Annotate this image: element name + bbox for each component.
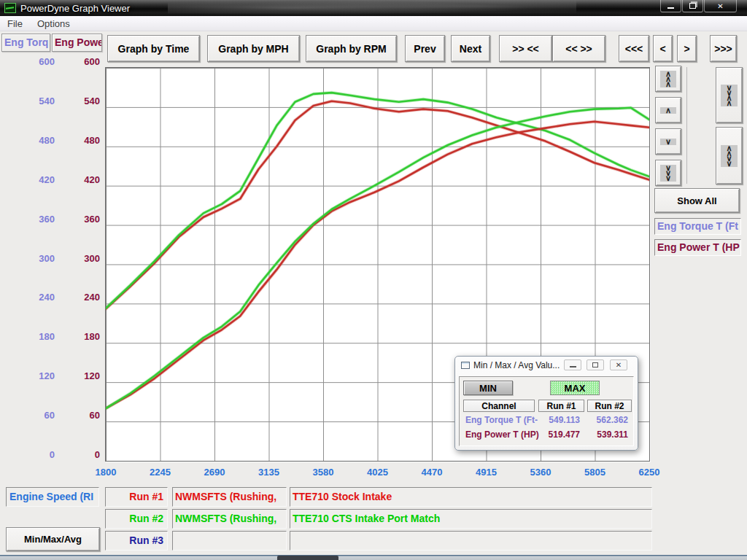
toolbar-button-graph-by-mph[interactable]: Graph by MPH	[207, 35, 300, 62]
toolbar-button-nav[interactable]: >	[677, 35, 697, 62]
toolbar-button-nav[interactable]: >> <<	[499, 35, 552, 62]
x-tick-2690: 2690	[193, 467, 236, 478]
minimize-button[interactable]	[660, 0, 681, 12]
minmax-row-run2-value: 539.311	[587, 429, 628, 440]
run-label-1: Run #1	[105, 487, 168, 507]
minmax-minimize-button[interactable]	[564, 359, 581, 370]
y-tick-power-540: 540	[66, 96, 100, 107]
x-tick-3580: 3580	[301, 467, 345, 478]
scroll-up-fast-button[interactable]: ∧∧∧	[655, 66, 681, 92]
minmax-body: MIN MAX Channel Run #1 Run #2 Eng Torque…	[459, 376, 634, 446]
tab-eng-power[interactable]: Eng Powe	[52, 34, 102, 52]
toolbar-button-graph-by-time[interactable]: Graph by Time	[107, 35, 200, 62]
y-tick-torque-0: 0	[18, 449, 55, 461]
y-tick-power-360: 360	[66, 214, 100, 225]
x-tick-4025: 4025	[356, 467, 400, 478]
torque-channel-display[interactable]: Eng Torque T (Ft	[654, 218, 741, 235]
y-tick-power-600: 600	[66, 56, 100, 68]
menu-bar: File Options	[0, 16, 747, 31]
toolbar-button-nav[interactable]: >>>	[710, 35, 737, 62]
minmax-window-title: Min / Max / Avg Valu...	[473, 360, 560, 370]
run-description-field-3[interactable]	[290, 531, 652, 551]
y-tick-torque-600: 600	[18, 56, 55, 68]
min-toggle-button[interactable]: MIN	[463, 381, 513, 395]
panel-divider	[686, 67, 687, 184]
x-tick-4915: 4915	[465, 467, 508, 478]
toolbar-button-next[interactable]: Next	[451, 35, 490, 62]
curve-run-1-eng-torque-t-ft-lbs-	[106, 101, 649, 309]
y-tick-power-240: 240	[66, 292, 100, 303]
window-bottom-frame	[0, 555, 747, 560]
toolbar-button-graph-by-rpm[interactable]: Graph by RPM	[306, 35, 397, 62]
y-tick-power-0: 0	[66, 449, 100, 461]
maximize-icon	[689, 3, 696, 9]
y-tick-torque-60: 60	[18, 410, 55, 421]
menu-file[interactable]: File	[0, 17, 30, 31]
column-header-channel[interactable]: Channel	[463, 400, 535, 412]
y-tick-power-420: 420	[66, 174, 100, 186]
y-tick-power-480: 480	[66, 135, 100, 147]
close-button[interactable]: ✕	[704, 0, 737, 12]
tab-eng-torque[interactable]: Eng Torq	[1, 34, 50, 52]
x-tick-2245: 2245	[139, 467, 182, 478]
y-tick-torque-360: 360	[18, 214, 55, 225]
taskbar-peek	[277, 556, 338, 560]
run-description-field-1[interactable]: TTE710 Stock Intake	[290, 487, 652, 507]
run-label-3: Run #3	[105, 531, 168, 551]
run-file-field-1[interactable]: NWMSFTS (Rushing,	[172, 487, 287, 507]
scroll-up-icon: ∧	[660, 107, 676, 114]
y-tick-torque-240: 240	[18, 292, 55, 303]
x-tick-4470: 4470	[410, 467, 454, 478]
scroll-up-fast-icon: ∧∧∧	[660, 71, 676, 88]
title-bar: PowerDyne Graph Viewer ✕	[0, 0, 747, 16]
column-header-run2[interactable]: Run #2	[587, 400, 632, 412]
x-tick-5805: 5805	[573, 467, 617, 478]
maximize-button[interactable]	[682, 0, 703, 12]
scroll-down-button[interactable]: ∨	[655, 128, 681, 155]
minimize-icon	[667, 7, 674, 9]
minmax-close-button[interactable]: ✕	[610, 359, 627, 370]
minimize-icon	[570, 365, 576, 368]
y-tick-torque-120: 120	[18, 370, 55, 382]
run-file-field-3[interactable]	[172, 531, 287, 551]
minmax-row-run2-value: 562.362	[587, 415, 628, 425]
curve-run-1-eng-torque-t-ft-lbs-	[106, 101, 649, 309]
power-channel-display[interactable]: Eng Power T (HP	[654, 239, 741, 256]
y-tick-torque-300: 300	[18, 253, 55, 265]
restore-icon	[592, 362, 598, 368]
window-title: PowerDyne Graph Viewer	[20, 3, 130, 14]
run-file-field-2[interactable]: NWMSFTS (Rushing,	[172, 509, 287, 529]
scroll-up-button[interactable]: ∧	[655, 97, 681, 123]
column-header-run1[interactable]: Run #1	[538, 400, 584, 412]
x-axis-channel-display[interactable]: Engine Speed (RI	[6, 487, 99, 507]
x-tick-1800: 1800	[84, 467, 128, 478]
y-tick-torque-540: 540	[18, 96, 55, 107]
toolbar-button-nav[interactable]: <	[653, 35, 673, 62]
y-tick-torque-180: 180	[18, 331, 55, 343]
y-tick-power-60: 60	[66, 410, 100, 421]
run-description-field-2[interactable]: TTE710 CTS Intake Port Match	[290, 509, 652, 529]
x-tick-6250: 6250	[627, 467, 671, 478]
minmax-restore-button[interactable]	[587, 359, 604, 370]
scroll-down-fast-button[interactable]: ∨∨∨	[655, 160, 681, 186]
minmaxavg-button[interactable]: Min/Max/Avg	[6, 527, 100, 551]
y-tick-power-300: 300	[66, 253, 100, 265]
close-icon: ✕	[616, 361, 622, 369]
scroll-down-fast-icon: ∨∨∨	[660, 165, 676, 182]
minmax-window-icon	[461, 362, 470, 369]
toolbar-button-nav[interactable]: << >>	[552, 35, 605, 62]
x-tick-5360: 5360	[519, 467, 562, 478]
run-label-2: Run #2	[105, 509, 168, 529]
minmax-window: Min / Max / Avg Valu... ✕ MIN MAX Channe…	[454, 356, 638, 451]
close-icon: ✕	[717, 2, 723, 10]
expand-scale-button[interactable]: ∧∧∨∨	[716, 127, 743, 184]
app-icon	[4, 3, 16, 13]
max-toggle-button[interactable]: MAX	[550, 381, 600, 395]
compress-scale-button[interactable]: ∨∨∧∧	[716, 67, 743, 123]
toolbar-button-prev[interactable]: Prev	[405, 35, 445, 62]
compress-scale-icon: ∨∨∧∧	[721, 85, 737, 106]
menu-options[interactable]: Options	[30, 17, 77, 31]
toolbar-button-nav[interactable]: <<<	[619, 35, 649, 62]
show-all-button[interactable]: Show All	[654, 188, 740, 213]
scroll-down-icon: ∨	[660, 139, 676, 145]
